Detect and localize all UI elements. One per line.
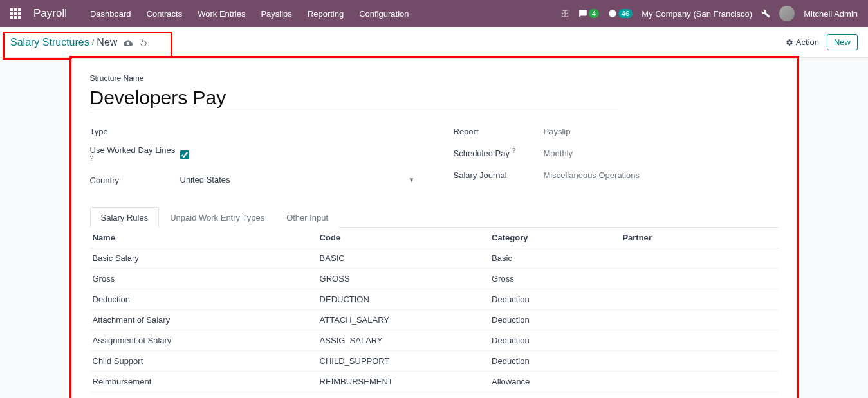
cell-category: Deduction	[489, 330, 620, 351]
nav-contracts[interactable]: Contracts	[147, 9, 183, 19]
cell-code: NET	[317, 392, 490, 398]
tab-other-input[interactable]: Other Input	[275, 207, 339, 228]
cell-name: Basic Salary	[90, 248, 317, 269]
cell-partner	[620, 351, 778, 372]
table-row[interactable]: Assignment of SalaryASSIG_SALARYDeductio…	[90, 330, 779, 351]
discard-icon[interactable]	[139, 37, 148, 47]
col-code[interactable]: Code	[317, 228, 490, 248]
cell-category: Deduction	[489, 351, 620, 372]
cell-code: CHILD_SUPPORT	[317, 351, 490, 372]
cell-code: ASSIG_SALARY	[317, 330, 490, 351]
nav-dashboard[interactable]: Dashboard	[90, 9, 131, 19]
salary-rules-table: Name Code Category Partner Basic SalaryB…	[90, 228, 779, 398]
cell-name: Deduction	[90, 289, 317, 310]
country-value: United States	[180, 175, 230, 185]
cell-category: Deduction	[489, 310, 620, 330]
cell-partner	[620, 248, 778, 269]
scheduled-pay-value[interactable]: Monthly	[544, 149, 779, 158]
user-name[interactable]: Mitchell Admin	[804, 9, 858, 19]
cell-code: GROSS	[317, 269, 490, 289]
app-brand[interactable]: Payroll	[33, 7, 67, 20]
tab-salary-rules[interactable]: Salary Rules	[90, 207, 160, 228]
shortcut-icon[interactable]	[560, 9, 569, 18]
messages-badge: 4	[589, 9, 599, 18]
nav-payslips[interactable]: Payslips	[261, 9, 291, 19]
cell-partner	[620, 310, 778, 330]
table-row[interactable]: Attachment of SalaryATTACH_SALARYDeducti…	[90, 310, 779, 330]
form-sheet: Structure Name Type Use Worked Day Lines…	[71, 58, 797, 398]
nav-menu: Dashboard Contracts Work Entries Payslip…	[90, 9, 409, 19]
country-label: Country	[90, 176, 180, 185]
report-value[interactable]: Payslip	[544, 127, 779, 136]
cell-code: DEDUCTION	[317, 289, 490, 310]
cell-partner	[620, 289, 778, 310]
table-row[interactable]: ReimbursementREIMBURSEMENTAllowance	[90, 372, 779, 392]
cell-code: ATTACH_SALARY	[317, 310, 490, 330]
type-label: Type	[90, 127, 180, 136]
breadcrumb-current: New	[97, 37, 117, 48]
salary-journal-value[interactable]: Miscellaneous Operations	[544, 170, 779, 180]
main-navbar: Payroll Dashboard Contracts Work Entries…	[0, 0, 868, 27]
table-row[interactable]: Child SupportCHILD_SUPPORTDeduction	[90, 351, 779, 372]
cell-partner	[620, 372, 778, 392]
nav-reporting[interactable]: Reporting	[308, 9, 344, 19]
cell-name: Reimbursement	[90, 372, 317, 392]
action-menu-button[interactable]: Action	[786, 37, 819, 47]
cell-partner	[620, 269, 778, 289]
company-selector[interactable]: My Company (San Francisco)	[642, 9, 752, 19]
new-button[interactable]: New	[827, 34, 858, 50]
tab-unpaid-work-entry[interactable]: Unpaid Work Entry Types	[159, 207, 275, 228]
activities-badge: 46	[618, 9, 633, 18]
cell-partner	[620, 330, 778, 351]
cell-name: Net Salary	[90, 392, 317, 398]
table-row[interactable]: Net SalaryNETNet	[90, 392, 779, 398]
cell-category: Gross	[489, 269, 620, 289]
table-row[interactable]: Basic SalaryBASICBasic	[90, 248, 779, 269]
report-label: Report	[454, 127, 544, 136]
structure-name-label: Structure Name	[90, 74, 779, 83]
col-partner[interactable]: Partner	[620, 228, 778, 248]
breadcrumb-root[interactable]: Salary Structures	[10, 37, 89, 48]
apps-launcher-icon[interactable]	[10, 8, 21, 19]
cell-category: Net	[489, 392, 620, 398]
salary-journal-label: Salary Journal	[454, 170, 544, 180]
tabs-container: Salary Rules Unpaid Work Entry Types Oth…	[90, 207, 779, 228]
user-avatar-icon[interactable]	[779, 6, 795, 21]
cell-name: Attachment of Salary	[90, 310, 317, 330]
worked-day-lines-label: Use Worked Day Lines ?	[90, 145, 180, 166]
cell-name: Gross	[90, 269, 317, 289]
activities-icon[interactable]: 46	[608, 9, 633, 18]
settings-icon[interactable]	[761, 9, 770, 18]
nav-work-entries[interactable]: Work Entries	[198, 9, 245, 19]
cell-name: Child Support	[90, 351, 317, 372]
cell-partner	[620, 392, 778, 398]
worked-day-lines-checkbox[interactable]	[180, 150, 189, 159]
cell-code: BASIC	[317, 248, 490, 269]
cell-category: Deduction	[489, 289, 620, 310]
scheduled-pay-label: Scheduled Pay ?	[454, 147, 544, 158]
cell-category: Allowance	[489, 372, 620, 392]
breadcrumb-separator: /	[92, 37, 95, 47]
messaging-icon[interactable]: 4	[578, 9, 599, 18]
table-row[interactable]: GrossGROSSGross	[90, 269, 779, 289]
cloud-save-icon[interactable]	[124, 37, 133, 47]
table-row[interactable]: DeductionDEDUCTIONDeduction	[90, 289, 779, 310]
col-category[interactable]: Category	[489, 228, 620, 248]
control-bar: Salary Structures / New Action New	[0, 27, 868, 58]
nav-configuration[interactable]: Configuration	[359, 9, 409, 19]
col-name[interactable]: Name	[90, 228, 317, 248]
structure-name-input[interactable]	[90, 86, 618, 113]
chevron-down-icon: ▼	[409, 176, 415, 183]
cell-category: Basic	[489, 248, 620, 269]
cell-name: Assignment of Salary	[90, 330, 317, 351]
country-field[interactable]: United States ▼	[180, 174, 415, 186]
cell-code: REIMBURSEMENT	[317, 372, 490, 392]
